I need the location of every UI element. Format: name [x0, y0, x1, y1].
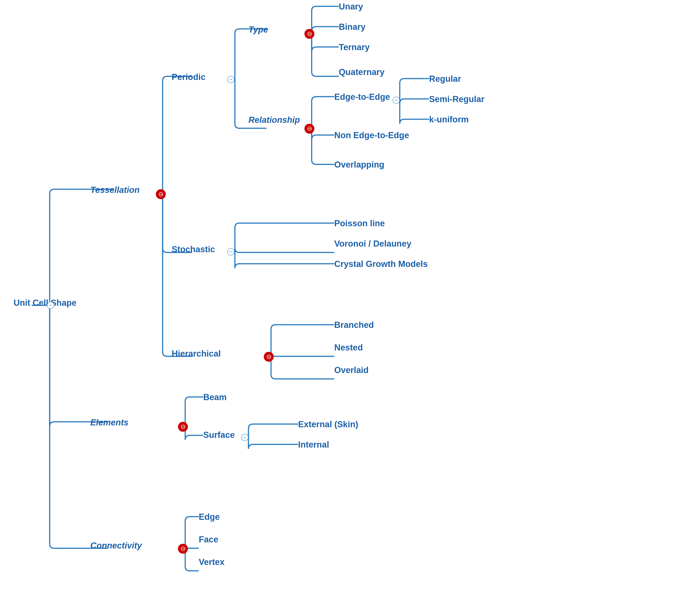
stochastic-minus[interactable]: − [227, 248, 235, 256]
ternary-label: Ternary [339, 42, 370, 52]
overlaid-label: Overlaid [334, 365, 369, 375]
kuniform-label: k-uniform [429, 115, 469, 125]
type-circle[interactable] [305, 29, 314, 39]
overlapping-label: Overlapping [334, 160, 384, 170]
beam-label: Beam [203, 393, 227, 402]
branched-label: Branched [334, 320, 374, 330]
poissonline-label: Poisson line [334, 219, 385, 228]
face-label: Face [199, 535, 218, 545]
root-label: Unit Cell Shape [14, 298, 76, 308]
elements-label: Elements [90, 418, 129, 427]
type-label: Type [248, 25, 268, 35]
vertex-label: Vertex [199, 557, 224, 567]
periodic-label: Periodic [172, 72, 205, 82]
root-minus[interactable]: − [47, 302, 54, 309]
hierarchical-circle[interactable] [264, 352, 274, 362]
nested-label: Nested [334, 343, 363, 352]
edge-label: Edge [199, 512, 220, 522]
semiregular-label: Semi-Regular [429, 94, 484, 104]
tessellation-circle[interactable] [156, 189, 166, 199]
voronoi-label: Voronoi / Delauney [334, 239, 411, 249]
regular-label: Regular [429, 74, 461, 84]
binary-label: Binary [339, 22, 366, 32]
elements-circle[interactable] [178, 422, 188, 432]
internal-label: Internal [298, 440, 329, 449]
connectivity-circle[interactable] [178, 544, 188, 554]
relationship-label: Relationship [248, 115, 300, 125]
edgetoedge-label: Edge-to-Edge [334, 92, 390, 102]
stochastic-label: Stochastic [172, 245, 215, 254]
edgetoedge-minus[interactable]: − [393, 97, 400, 104]
crystalgrowth-label: Crystal Growth Models [334, 259, 428, 269]
tessellation-label: Tessellation [90, 185, 139, 195]
surface-label: Surface [203, 430, 235, 440]
hierarchical-label: Hierarchical [172, 349, 221, 358]
surface-minus[interactable]: − [241, 434, 248, 441]
connectivity-label: Connectivity [90, 541, 142, 551]
periodic-minus[interactable]: − [227, 76, 235, 83]
unary-label: Unary [339, 2, 363, 12]
quaternary-label: Quaternary [339, 67, 384, 77]
relationship-circle[interactable] [305, 124, 314, 134]
externalskin-label: External (Skin) [298, 420, 358, 429]
nonedge-label: Non Edge-to-Edge [334, 131, 409, 140]
